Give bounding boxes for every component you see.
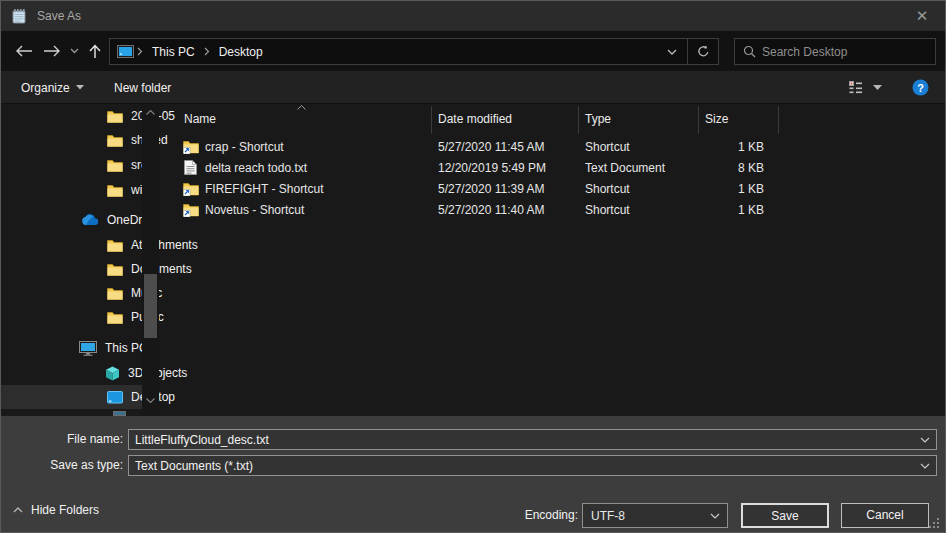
column-divider[interactable] (578, 106, 579, 134)
dialog-footer: Hide Folders Encoding: UTF-8 Save Cancel (1, 491, 945, 533)
command-toolbar: Organize New folder ? (1, 71, 945, 104)
column-header-date-modified[interactable]: Date modified (438, 112, 512, 126)
sidebar-scrollbar[interactable] (142, 104, 159, 416)
forward-button[interactable] (39, 31, 65, 71)
up-button[interactable] (84, 31, 106, 71)
views-button[interactable] (849, 71, 863, 104)
sort-ascending-icon (297, 105, 306, 110)
title-bar: Save As ✕ (1, 1, 945, 31)
file-size: 8 KB (698, 158, 764, 179)
save-as-dialog: { "window": { "title": "Save As", "close… (0, 0, 946, 533)
scroll-down-icon[interactable] (142, 392, 159, 408)
column-header-name[interactable]: Name (184, 112, 216, 126)
folder-icon (107, 287, 123, 300)
file-name-input[interactable]: LittleFluffyCloud_desc.txt (128, 429, 937, 450)
hide-folders-button[interactable]: Hide Folders (13, 503, 99, 517)
resize-grip[interactable] (929, 518, 941, 530)
folder-icon (107, 239, 123, 252)
sidebar-item-src[interactable]: src (107, 153, 147, 177)
svg-text:?: ? (917, 82, 924, 94)
search-icon (743, 45, 756, 58)
desktop-icon (107, 391, 123, 404)
folder-icon (107, 159, 123, 172)
close-button[interactable]: ✕ (907, 3, 937, 29)
recent-locations-chevron-icon[interactable] (65, 31, 83, 71)
3d-cube-icon (105, 366, 120, 381)
filename-panel: File name: LittleFluffyCloud_desc.txt Sa… (1, 416, 945, 491)
column-divider[interactable] (431, 106, 432, 134)
main-area: 2020-05 shared src wiki OneDrive Attachm… (1, 104, 945, 416)
folder-icon (107, 134, 123, 147)
save-as-type-label: Save as type: (5, 458, 123, 472)
file-size: 1 KB (698, 179, 764, 200)
chevron-down-icon (76, 85, 84, 90)
back-button[interactable] (11, 31, 37, 71)
sidebar-item-label: Documents (131, 262, 192, 276)
column-divider[interactable] (698, 106, 699, 134)
chevron-down-icon[interactable] (914, 437, 936, 443)
folder-icon (107, 184, 123, 197)
file-name: Novetus - Shortcut (205, 200, 304, 221)
scroll-up-icon[interactable] (142, 104, 159, 120)
file-type: Shortcut (585, 200, 630, 221)
breadcrumb-this-pc[interactable]: This PC (146, 45, 201, 59)
column-divider[interactable] (778, 106, 779, 134)
folder-icon (107, 263, 123, 276)
window-title: Save As (37, 9, 81, 23)
computer-icon (79, 341, 97, 356)
column-header-size[interactable]: Size (705, 112, 728, 126)
organize-label: Organize (21, 81, 70, 95)
breadcrumb-desktop[interactable]: Desktop (213, 45, 269, 59)
details-view-icon (849, 81, 863, 95)
refresh-icon[interactable] (688, 39, 718, 64)
cancel-button[interactable]: Cancel (841, 503, 929, 528)
sidebar-item-label: Attachments (131, 238, 198, 252)
folder-icon (107, 110, 123, 123)
encoding-value: UTF-8 (591, 509, 703, 523)
address-dropdown-chevron-icon[interactable] (657, 39, 687, 64)
file-date: 5/27/2020 11:39 AM (438, 179, 545, 200)
this-pc-icon (117, 45, 134, 59)
views-dropdown-chevron-icon[interactable] (873, 71, 882, 104)
file-type: Text Document (585, 158, 665, 179)
file-size: 1 KB (698, 200, 764, 221)
file-type: Shortcut (585, 179, 630, 200)
navigation-bar: This PC Desktop Search Desktop (1, 31, 945, 71)
folder-shortcut-icon (183, 203, 199, 217)
organize-button[interactable]: Organize (21, 71, 84, 104)
scrollbar-thumb[interactable] (144, 274, 157, 338)
encoding-label: Encoding: (506, 508, 578, 522)
file-type: Shortcut (585, 137, 630, 158)
file-name: FIREFIGHT - Shortcut (205, 179, 323, 200)
file-date: 5/27/2020 11:45 AM (438, 137, 545, 158)
search-input[interactable]: Search Desktop (734, 38, 936, 65)
new-folder-button[interactable]: New folder (114, 71, 171, 104)
folder-shortcut-icon (183, 182, 199, 196)
file-date: 12/20/2019 5:49 PM (438, 158, 546, 179)
chevron-up-icon (13, 507, 23, 513)
sidebar-item-this-pc[interactable]: This PC (79, 336, 148, 360)
search-placeholder: Search Desktop (762, 45, 847, 59)
address-bar[interactable]: This PC Desktop (109, 38, 719, 65)
folder-shortcut-icon (183, 140, 199, 154)
onedrive-cloud-icon (81, 214, 99, 226)
file-name-value: LittleFluffyCloud_desc.txt (135, 433, 914, 447)
chevron-down-icon[interactable] (914, 463, 936, 469)
file-name-label: File name: (5, 432, 123, 446)
save-as-type-value: Text Documents (*.txt) (135, 459, 914, 473)
folder-icon (107, 311, 123, 324)
notepad-app-icon (11, 8, 27, 24)
new-folder-label: New folder (114, 81, 171, 95)
column-header-type[interactable]: Type (585, 112, 611, 126)
breadcrumb-chevron-icon (201, 47, 213, 56)
file-name: crap - Shortcut (205, 137, 284, 158)
file-date: 5/27/2020 11:40 AM (438, 200, 545, 221)
save-button[interactable]: Save (741, 503, 829, 528)
save-as-type-select[interactable]: Text Documents (*.txt) (128, 455, 937, 476)
encoding-select[interactable]: UTF-8 (582, 503, 728, 528)
breadcrumb-chevron-icon (134, 47, 146, 56)
hide-folders-label: Hide Folders (31, 503, 99, 517)
chevron-down-icon[interactable] (703, 513, 727, 519)
text-document-icon (184, 160, 197, 175)
help-button[interactable]: ? (912, 71, 929, 104)
